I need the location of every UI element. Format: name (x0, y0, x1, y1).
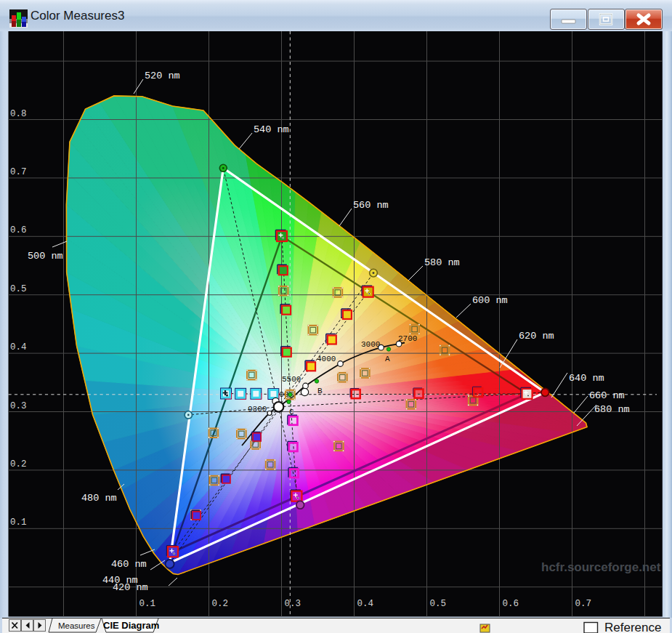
svg-text:0.5: 0.5 (430, 599, 447, 609)
svg-text:C: C (289, 408, 294, 416)
svg-text:500 nm: 500 nm (28, 251, 63, 262)
svg-text:0.2: 0.2 (212, 599, 229, 609)
svg-text:0.4: 0.4 (357, 599, 374, 609)
svg-text:9300: 9300 (248, 405, 267, 414)
svg-text:600 nm: 600 nm (472, 295, 508, 306)
svg-text:640 nm: 640 nm (569, 373, 604, 384)
svg-text:620 nm: 620 nm (519, 331, 554, 342)
svg-text:4000: 4000 (317, 355, 336, 363)
svg-text:3000: 3000 (361, 340, 380, 349)
svg-text:520 nm: 520 nm (145, 70, 180, 81)
svg-text:hcfr.sourceforge.net: hcfr.sourceforge.net (541, 560, 661, 574)
svg-text:0.4: 0.4 (10, 342, 27, 352)
svg-text:0.6: 0.6 (503, 599, 519, 609)
svg-text:0.6: 0.6 (10, 225, 27, 235)
svg-text:560 nm: 560 nm (353, 200, 389, 211)
svg-text:Reference: Reference (604, 621, 661, 633)
svg-text:0.1: 0.1 (139, 599, 156, 609)
svg-text:0.7: 0.7 (10, 167, 27, 177)
svg-text:460 nm: 460 nm (111, 559, 147, 570)
svg-text:0.3: 0.3 (10, 401, 27, 411)
svg-text:0.3: 0.3 (285, 599, 301, 609)
svg-text:0.2: 0.2 (10, 459, 27, 469)
svg-text:0.5: 0.5 (10, 284, 27, 294)
svg-text:540 nm: 540 nm (254, 124, 289, 135)
svg-text:480 nm: 480 nm (81, 493, 117, 504)
svg-text:0.8: 0.8 (10, 109, 27, 119)
svg-text:420 nm: 420 nm (113, 582, 148, 593)
svg-text:CIE Diagram: CIE Diagram (103, 620, 159, 631)
svg-text:5500: 5500 (282, 375, 301, 384)
svg-text:B: B (317, 387, 323, 395)
svg-text:A: A (385, 355, 390, 363)
svg-text:2700: 2700 (398, 334, 417, 343)
svg-text:0.7: 0.7 (575, 599, 592, 609)
svg-text:580 nm: 580 nm (424, 257, 460, 268)
svg-text:Measures: Measures (58, 621, 95, 630)
svg-text:680 nm: 680 nm (594, 404, 630, 415)
svg-text:660 nm: 660 nm (589, 390, 625, 401)
svg-text:0.1: 0.1 (10, 517, 27, 528)
